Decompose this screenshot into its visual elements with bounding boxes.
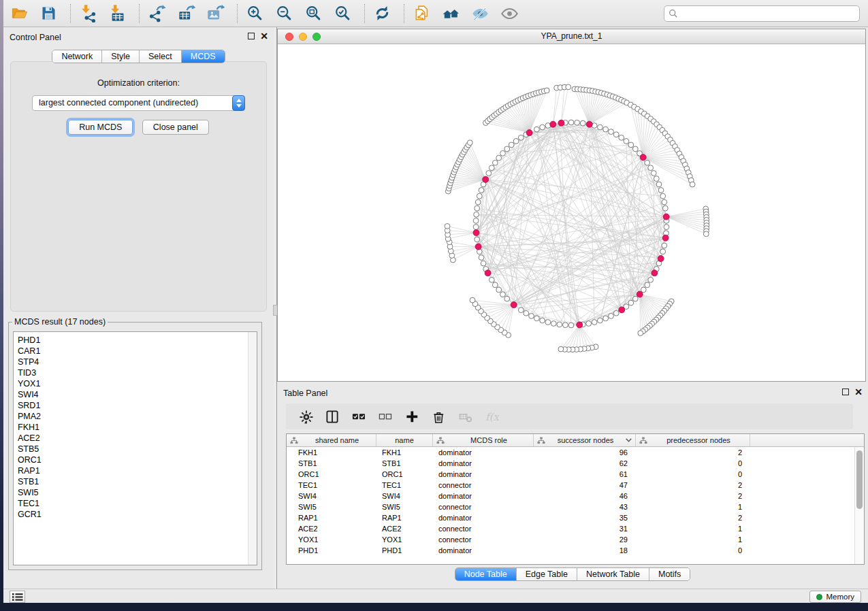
tab-edge-table[interactable]: Edge Table — [516, 568, 577, 580]
refresh-icon[interactable] — [372, 3, 392, 24]
tab-network-table[interactable]: Network Table — [577, 568, 649, 580]
close-panel-icon[interactable]: ✕ — [260, 33, 268, 39]
table-row[interactable]: ACE2ACE2connector311 — [287, 523, 864, 534]
table-row[interactable]: TEC1TEC1connector472 — [287, 480, 864, 491]
result-item[interactable]: TID3 — [14, 367, 257, 378]
node-table: shared namenameMCDS rolesuccessor nodesp… — [286, 433, 865, 565]
column-header-MCDS-role[interactable]: MCDS role — [433, 434, 534, 446]
close-window-icon[interactable] — [285, 33, 293, 41]
table-row[interactable]: SWI4SWI4dominator462 — [287, 491, 864, 501]
result-item[interactable]: SRD1 — [14, 400, 257, 411]
zoom-selected-icon[interactable] — [332, 3, 353, 24]
result-item[interactable]: TEC1 — [14, 498, 257, 509]
cell: 1 — [636, 501, 750, 512]
close-panel-button[interactable]: Close panel — [142, 120, 209, 135]
table-row[interactable]: SWI5SWI5connector431 — [287, 501, 864, 512]
result-item[interactable]: ORC1 — [14, 455, 257, 465]
result-item[interactable]: SWI5 — [14, 487, 257, 498]
cell: 61 — [534, 469, 636, 480]
optimization-criterion-select[interactable]: largest connected component (undirected) — [32, 95, 245, 111]
close-table-panel-icon[interactable]: ✕ — [854, 389, 863, 395]
delete-column-icon[interactable] — [431, 409, 446, 424]
minimize-window-icon[interactable] — [299, 33, 307, 41]
cell: SWI4 — [287, 491, 376, 501]
column-header-successor-nodes[interactable]: successor nodes — [534, 434, 636, 446]
result-list-scrollbar[interactable] — [248, 332, 257, 565]
search-input[interactable] — [664, 5, 860, 22]
show-panels-button[interactable] — [10, 591, 25, 603]
cell: 2 — [636, 512, 750, 523]
table-row[interactable]: FKH1FKH1dominator962 — [287, 447, 864, 458]
show-all-icon[interactable] — [499, 3, 519, 24]
result-item[interactable]: STB1 — [14, 476, 257, 487]
run-mcds-button[interactable]: Run MCDS — [68, 120, 133, 135]
result-item[interactable]: FKH1 — [14, 422, 257, 433]
status-bar: Memory — [3, 589, 868, 603]
table-row[interactable]: ORC1ORC1dominator610 — [287, 469, 864, 480]
duplicate-network-icon[interactable] — [411, 3, 432, 24]
result-item[interactable]: RAP1 — [14, 465, 257, 476]
tab-node-table[interactable]: Node Table — [455, 568, 516, 580]
result-item[interactable]: GCR1 — [14, 509, 257, 520]
deselect-all-icon[interactable] — [378, 409, 393, 424]
column-header-predecessor-nodes[interactable]: predecessor nodes — [636, 434, 750, 446]
result-item[interactable]: PMA2 — [14, 411, 257, 422]
add-column-icon[interactable] — [404, 409, 419, 424]
select-all-icon[interactable] — [351, 409, 366, 424]
maximize-window-icon[interactable] — [312, 33, 321, 41]
result-item[interactable]: CAR1 — [14, 346, 257, 357]
tab-select[interactable]: Select — [139, 50, 181, 63]
cell: TEC1 — [376, 480, 433, 491]
tab-motifs[interactable]: Motifs — [649, 568, 690, 580]
table-row[interactable]: RAP1RAP1dominator352 — [287, 512, 864, 523]
cell: connector — [433, 501, 534, 512]
save-session-icon[interactable] — [38, 3, 59, 24]
show-columns-icon[interactable] — [325, 409, 340, 424]
mcds-result-list[interactable]: PHD1CAR1STP4TID3YOX1SWI4SRD1PMA2FKH1ACE2… — [13, 331, 257, 565]
hide-selected-icon[interactable] — [470, 3, 490, 24]
network-window-titlebar[interactable]: YPA_prune.txt_1 — [278, 29, 865, 44]
import-table-icon[interactable] — [107, 3, 127, 24]
memory-status-icon — [816, 594, 822, 600]
zoom-fit-icon[interactable] — [303, 3, 323, 24]
table-row[interactable]: STB1STB1dominator620 — [287, 458, 864, 469]
network-canvas[interactable] — [278, 44, 865, 381]
float-table-panel-icon[interactable] — [842, 389, 849, 395]
cell: YOX1 — [376, 534, 433, 545]
cell: STB1 — [376, 458, 433, 469]
export-network-icon[interactable] — [146, 3, 167, 24]
memory-button[interactable]: Memory — [809, 591, 861, 603]
result-item[interactable]: ACE2 — [14, 433, 257, 444]
cell: 46 — [534, 491, 636, 501]
column-header-shared-name[interactable]: shared name — [287, 434, 376, 446]
column-header-name[interactable]: name — [376, 434, 433, 446]
zoom-in-icon[interactable] — [244, 3, 265, 24]
first-neighbors-icon[interactable] — [440, 3, 461, 24]
cell: PHD1 — [287, 545, 376, 556]
mcds-result-title: MCDS result (17 nodes) — [12, 317, 108, 327]
table-row[interactable]: PHD1PHD1dominator180 — [287, 545, 864, 556]
table-scrollbar[interactable] — [854, 447, 864, 564]
open-session-icon[interactable] — [9, 3, 29, 24]
cell: dominator — [433, 469, 534, 480]
result-item[interactable]: PHD1 — [14, 332, 257, 346]
import-network-icon[interactable] — [78, 3, 98, 24]
settings-icon[interactable] — [298, 409, 313, 424]
function-builder-icon: f(x) — [484, 409, 499, 424]
zoom-out-icon[interactable] — [274, 3, 294, 24]
result-item[interactable]: YOX1 — [14, 378, 257, 389]
tab-network[interactable]: Network — [52, 50, 101, 63]
result-item[interactable]: STB5 — [14, 444, 257, 455]
export-image-icon[interactable] — [205, 3, 225, 24]
tab-style[interactable]: Style — [101, 50, 139, 63]
tab-mcds[interactable]: MCDS — [181, 50, 225, 63]
float-panel-icon[interactable] — [248, 33, 255, 39]
result-item[interactable]: SWI4 — [14, 389, 257, 400]
table-scrollbar-thumb[interactable] — [856, 450, 863, 509]
result-item[interactable]: STP4 — [14, 357, 257, 367]
cell: SWI4 — [376, 491, 433, 501]
table-row[interactable]: YOX1YOX1connector291 — [287, 534, 864, 545]
cell: STB1 — [287, 458, 376, 469]
toolbar-separator — [364, 4, 365, 23]
export-table-icon[interactable] — [176, 3, 196, 24]
